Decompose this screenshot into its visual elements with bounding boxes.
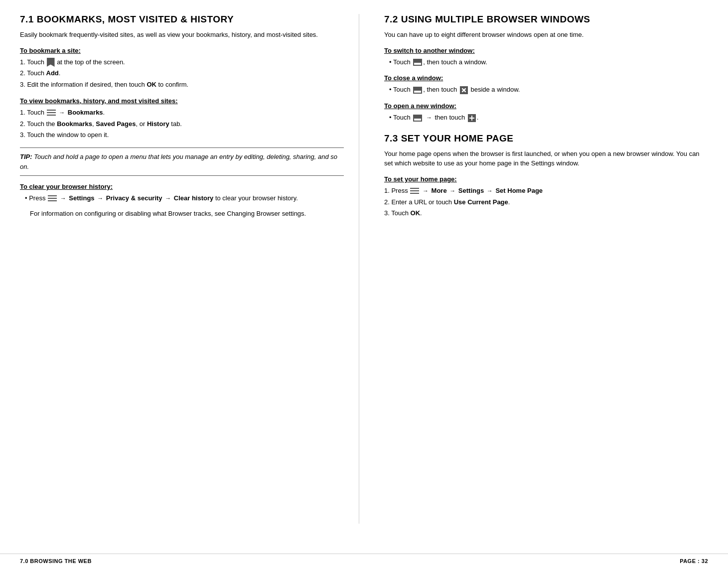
close-list: Touch , then touch beside a window. <box>384 85 708 95</box>
subsection-switch-title: To switch to another window: <box>384 47 708 54</box>
bookmark-item-3: 3. Edit the information if desired, then… <box>20 80 344 90</box>
section-title-71: 7.1 BOOKMARKS, MOST VISITED & HISTORY <box>20 14 344 25</box>
viewbookmarks-item-2: 2. Touch the Bookmarks, Saved Pages, or … <box>20 119 344 130</box>
close-icon <box>460 86 468 94</box>
newwindow-list: Touch → then touch . <box>384 113 708 123</box>
footer-left: 7.0 BROWSING THE WEB <box>20 558 92 564</box>
menu-icon-2 <box>48 195 57 202</box>
subsection-newwindow-title: To open a new window: <box>384 102 708 110</box>
close-item-1: Touch , then touch beside a window. <box>384 85 708 95</box>
section-intro-72: You can have up to eight different brows… <box>384 30 708 40</box>
homepage-item-1: 1. Press → More → Settings → Set Home Pa… <box>384 186 708 196</box>
arrow-5: → <box>426 113 432 123</box>
switch-list: Touch , then touch a window. <box>384 57 708 68</box>
tip-text: Touch and hold a page to open a menu tha… <box>20 153 337 170</box>
homepage-item-3: 3. Touch OK. <box>384 208 708 219</box>
newwindow-item-1: Touch → then touch . <box>384 113 708 123</box>
subsection-homepage-title: To set your home page: <box>384 175 708 183</box>
menu-icon-1 <box>47 110 56 116</box>
section-title-73: 7.3 SET YOUR HOME PAGE <box>384 133 708 144</box>
homepage-list: 1. Press → More → Settings → Set Home Pa… <box>384 186 708 219</box>
menu-icon-3 <box>410 188 419 194</box>
viewbookmarks-list: 1. Touch → Bookmarks. 2. Touch the Bookm… <box>20 108 344 141</box>
bookmark-item-1: 1. Touch at the top of the screen. <box>20 57 344 68</box>
page-footer: 7.0 BROWSING THE WEB PAGE : 32 <box>0 554 728 568</box>
section-title-72: 7.2 USING MULTIPLE BROWSER WINDOWS <box>384 14 708 25</box>
subsection-close-title: To close a window: <box>384 74 708 82</box>
bookmark-item-2: 2. Touch Add. <box>20 68 344 79</box>
tip-block: TIP: Touch and hold a page to open a men… <box>20 147 344 176</box>
homepage-item-2: 2. Enter a URL or touch Use Current Page… <box>384 197 708 208</box>
windows-icon-3 <box>413 115 422 122</box>
main-content: 7.1 BOOKMARKS, MOST VISITED & HISTORY Ea… <box>0 0 728 554</box>
arrow-8: → <box>487 186 493 196</box>
subsection-clearhistory-title: To clear your browser history: <box>20 183 344 190</box>
viewbookmarks-item-1: 1. Touch → Bookmarks. <box>20 108 344 118</box>
subsection-viewbookmarks-title: To view bookmarks, history, and most vis… <box>20 97 344 105</box>
windows-icon-2 <box>413 87 422 94</box>
arrow-2: → <box>60 194 66 203</box>
section-intro-71: Easily bookmark frequently-visited sites… <box>20 30 344 40</box>
arrow-3: → <box>97 194 103 203</box>
page-container: 7.1 BOOKMARKS, MOST VISITED & HISTORY Ea… <box>0 0 728 568</box>
footer-right: PAGE : 32 <box>680 558 708 564</box>
windows-icon-1 <box>413 59 422 66</box>
arrow-6: → <box>423 186 429 196</box>
clearhistory-note: For information on configuring or disabl… <box>20 209 344 219</box>
tip-label: TIP: <box>20 153 32 160</box>
left-column: 7.1 BOOKMARKS, MOST VISITED & HISTORY Ea… <box>20 14 359 524</box>
right-column: 7.2 USING MULTIPLE BROWSER WINDOWS You c… <box>379 14 708 524</box>
arrow-4: → <box>165 194 171 203</box>
arrow-1: → <box>59 108 65 118</box>
section-intro-73: Your home page opens when the browser is… <box>384 149 708 168</box>
plus-icon <box>468 114 476 122</box>
bookmark-icon <box>47 58 55 67</box>
switch-item-1: Touch , then touch a window. <box>384 57 708 68</box>
subsection-bookmark-title: To bookmark a site: <box>20 47 344 54</box>
clearhistory-item-1: Press → Settings → Privacy & security → … <box>20 193 344 204</box>
arrow-7: → <box>449 186 455 196</box>
bookmark-list: 1. Touch at the top of the screen. 2. To… <box>20 57 344 90</box>
viewbookmarks-item-3: 3. Touch the window to open it. <box>20 130 344 141</box>
clearhistory-list: Press → Settings → Privacy & security → … <box>20 193 344 204</box>
